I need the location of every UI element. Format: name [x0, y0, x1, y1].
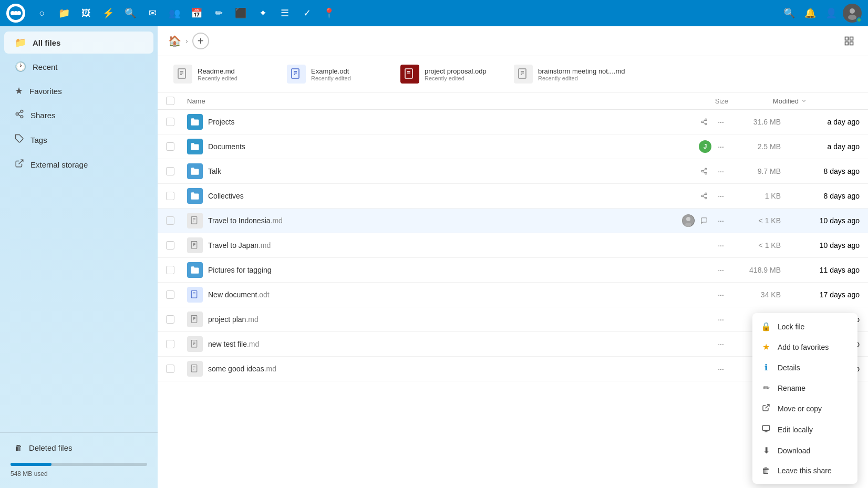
file-icon-japan: [187, 237, 203, 253]
sidebar: 📁 All files 🕐 Recent ★ Favorites Shares …: [0, 26, 158, 488]
more-btn-new-test-file[interactable]: ···: [714, 337, 728, 351]
recent-file-example-sub: Recently edited: [311, 75, 351, 81]
nav-files-icon[interactable]: 📁: [55, 4, 74, 23]
more-btn-indonesia[interactable]: ···: [714, 213, 728, 228]
contacts-button[interactable]: 👤: [822, 4, 841, 23]
context-menu-leave-share[interactable]: 🗑 Leave this share: [752, 461, 857, 481]
header-modified[interactable]: Modified: [728, 97, 807, 105]
context-menu-details[interactable]: ℹ Details: [752, 357, 857, 378]
file-row-travel-indonesia[interactable]: Travel to Indonesia.md ··· < 1 KB 10 day…: [158, 209, 868, 233]
more-btn-documents[interactable]: ···: [714, 139, 728, 154]
checkbox-new-document[interactable]: [166, 290, 174, 299]
breadcrumb-home-icon[interactable]: 🏠: [168, 35, 181, 47]
nav-notes-icon[interactable]: ✏: [209, 4, 228, 23]
sidebar-item-deleted-files[interactable]: 🗑 Deleted files: [4, 438, 153, 458]
filename-some-good-ideas: some good ideas.md: [208, 365, 676, 373]
nav-activity-icon[interactable]: ⚡: [99, 4, 118, 23]
nav-contacts-icon[interactable]: 👥: [165, 4, 184, 23]
more-btn-projects[interactable]: ···: [714, 115, 728, 129]
nav-tasks-icon[interactable]: ✓: [297, 4, 316, 23]
header-size[interactable]: Size: [676, 97, 728, 105]
sidebar-label-shares: Shares: [30, 111, 56, 120]
checkbox-pictures[interactable]: [166, 266, 174, 274]
file-row-travel-japan[interactable]: Travel to Japan.md ··· < 1 KB 10 days ag…: [158, 233, 868, 258]
checkbox-some-good-ideas[interactable]: [166, 365, 174, 373]
checkbox-collectives[interactable]: [166, 192, 174, 200]
file-row-new-document[interactable]: New document.odt ··· 34 KB 17 days ago: [158, 283, 868, 307]
file-row-projects[interactable]: Projects ··· 31.6 MB a day ago: [158, 110, 868, 134]
comment-btn-indonesia[interactable]: [697, 213, 711, 228]
search-button[interactable]: 🔍: [780, 4, 799, 23]
more-btn-japan[interactable]: ···: [714, 238, 728, 253]
checkbox-documents[interactable]: [166, 142, 174, 151]
nav-integration-icon[interactable]: ✦: [253, 4, 272, 23]
checkbox-projects[interactable]: [166, 118, 174, 126]
more-btn-talk[interactable]: ···: [714, 164, 728, 179]
file-actions-documents: J ···: [676, 139, 728, 154]
checkbox-japan[interactable]: [166, 241, 174, 250]
svg-line-10: [18, 115, 20, 116]
context-menu-lock-file[interactable]: 🔒 Lock file: [752, 316, 857, 337]
recent-file-readme[interactable]: Readme.md Recently edited: [168, 61, 273, 87]
sidebar-item-external-storage[interactable]: External storage: [4, 153, 153, 176]
sidebar-item-all-files[interactable]: 📁 All files: [4, 32, 153, 54]
nav-tasks-list-icon[interactable]: ☰: [275, 4, 294, 23]
file-actions-projects: ···: [676, 115, 728, 129]
nav-search-icon[interactable]: 🔍: [121, 4, 140, 23]
nav-maps-icon[interactable]: 📍: [319, 4, 338, 23]
user-avatar[interactable]: [843, 4, 862, 23]
more-btn-project-plan[interactable]: ···: [714, 312, 728, 327]
more-btn-collectives[interactable]: ···: [714, 189, 728, 203]
select-all-checkbox[interactable]: [166, 97, 174, 105]
recent-file-project-proposal[interactable]: project proposal.odp Recently edited: [395, 61, 500, 87]
more-btn-new-document[interactable]: ···: [714, 287, 728, 302]
nav-deck-icon[interactable]: ⬛: [231, 4, 250, 23]
size-collectives: 1 KB: [728, 192, 781, 200]
breadcrumb-separator: ›: [185, 37, 188, 45]
svg-rect-29: [519, 69, 526, 78]
context-menu-move-copy[interactable]: Move or copy: [752, 398, 857, 419]
svg-line-13: [19, 160, 23, 164]
nav-mail-icon[interactable]: ✉: [143, 4, 162, 23]
sidebar-item-tags[interactable]: Tags: [4, 129, 153, 151]
checkbox-talk[interactable]: [166, 167, 174, 175]
checkbox-project-plan[interactable]: [166, 315, 174, 324]
context-menu-edit-locally[interactable]: Edit locally: [752, 419, 857, 440]
recent-file-brainstorm[interactable]: brainstorm meeting not....md Recently ed…: [509, 61, 630, 87]
file-row-talk[interactable]: Talk ··· 9.7 MB 8 days ago: [158, 159, 868, 184]
row-check-documents: [166, 142, 187, 151]
nextcloud-logo[interactable]: [6, 4, 25, 23]
context-menu-favorites-label: Add to favorites: [778, 343, 829, 351]
nav-dashboard-icon[interactable]: ○: [33, 4, 51, 23]
recent-file-example[interactable]: Example.odt Recently edited: [282, 61, 387, 87]
context-menu-download[interactable]: ⬇ Download: [752, 440, 857, 461]
nav-photos-icon[interactable]: 🖼: [77, 4, 96, 23]
more-btn-some-good-ideas[interactable]: ···: [714, 361, 728, 376]
filename-indonesia: Travel to Indonesia.md: [208, 216, 676, 225]
context-menu-add-favorites[interactable]: ★ Add to favorites: [752, 337, 857, 357]
svg-rect-17: [850, 42, 853, 45]
share-btn-projects[interactable]: [697, 115, 711, 129]
sidebar-item-recent[interactable]: 🕐 Recent: [4, 56, 153, 78]
file-row-pictures[interactable]: Pictures for tagging ··· 418.9 MB 11 day…: [158, 258, 868, 283]
checkbox-new-test-file[interactable]: [166, 340, 174, 348]
share-btn-collectives[interactable]: [697, 189, 711, 203]
file-row-collectives[interactable]: Collectives ··· 1 KB 8 days ago: [158, 184, 868, 209]
svg-point-8: [16, 113, 18, 116]
notifications-button[interactable]: 🔔: [801, 4, 820, 23]
filename-pictures: Pictures for tagging: [208, 266, 676, 274]
grid-view-toggle[interactable]: [841, 33, 857, 49]
svg-rect-66: [191, 340, 197, 348]
more-btn-pictures[interactable]: ···: [714, 263, 728, 277]
add-new-button[interactable]: +: [192, 33, 209, 49]
sidebar-item-favorites[interactable]: ★ Favorites: [4, 80, 153, 102]
recent-file-proposal-icon: [400, 65, 419, 84]
checkbox-indonesia[interactable]: [166, 216, 174, 225]
sidebar-item-shares[interactable]: Shares: [4, 104, 153, 127]
share-btn-talk[interactable]: [697, 164, 711, 179]
file-row-documents[interactable]: Documents J ··· 2.5 MB a day ago: [158, 134, 868, 159]
context-menu-rename[interactable]: ✏ Rename: [752, 378, 857, 398]
header-name[interactable]: Name: [187, 97, 676, 105]
nav-calendar-icon[interactable]: 📅: [187, 4, 206, 23]
deleted-files-icon: 🗑: [15, 443, 23, 452]
